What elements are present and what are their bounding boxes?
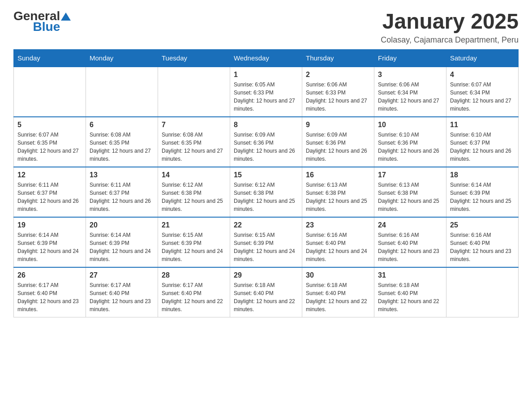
day-number: 7 (162, 121, 226, 129)
day-number: 3 (378, 71, 442, 79)
page-header: General Blue January 2025 Colasay, Cajam… (13, 9, 519, 45)
day-info: Sunrise: 6:11 AMSunset: 6:37 PMDaylight:… (90, 181, 154, 213)
calendar-cell: 23Sunrise: 6:16 AMSunset: 6:40 PMDayligh… (302, 217, 374, 267)
calendar-cell: 11Sunrise: 6:10 AMSunset: 6:37 PMDayligh… (446, 117, 519, 167)
day-number: 31 (378, 271, 442, 279)
month-title: January 2025 (381, 9, 519, 34)
calendar-cell: 4Sunrise: 6:07 AMSunset: 6:34 PMDaylight… (446, 67, 519, 117)
day-number: 15 (234, 171, 298, 179)
day-number: 4 (450, 71, 515, 79)
week-row-0: 1Sunrise: 6:05 AMSunset: 6:33 PMDaylight… (14, 67, 519, 117)
day-info: Sunrise: 6:13 AMSunset: 6:38 PMDaylight:… (306, 181, 370, 213)
calendar-cell: 30Sunrise: 6:18 AMSunset: 6:40 PMDayligh… (302, 267, 374, 317)
day-number: 20 (90, 221, 154, 229)
calendar-cell: 24Sunrise: 6:16 AMSunset: 6:40 PMDayligh… (374, 217, 446, 267)
day-info: Sunrise: 6:07 AMSunset: 6:34 PMDaylight:… (450, 81, 515, 113)
day-info: Sunrise: 6:17 AMSunset: 6:40 PMDaylight:… (90, 281, 154, 313)
day-info: Sunrise: 6:12 AMSunset: 6:38 PMDaylight:… (162, 181, 226, 213)
day-info: Sunrise: 6:10 AMSunset: 6:36 PMDaylight:… (378, 131, 442, 163)
day-number: 28 (162, 271, 226, 279)
calendar-cell: 21Sunrise: 6:15 AMSunset: 6:39 PMDayligh… (158, 217, 230, 267)
day-number: 24 (378, 221, 442, 229)
calendar-cell: 20Sunrise: 6:14 AMSunset: 6:39 PMDayligh… (86, 217, 158, 267)
day-info: Sunrise: 6:15 AMSunset: 6:39 PMDaylight:… (162, 231, 226, 263)
week-row-4: 26Sunrise: 6:17 AMSunset: 6:40 PMDayligh… (14, 267, 519, 317)
calendar-cell: 29Sunrise: 6:18 AMSunset: 6:40 PMDayligh… (230, 267, 302, 317)
week-row-1: 5Sunrise: 6:07 AMSunset: 6:35 PMDaylight… (14, 117, 519, 167)
day-info: Sunrise: 6:18 AMSunset: 6:40 PMDaylight:… (234, 281, 298, 313)
calendar-cell: 5Sunrise: 6:07 AMSunset: 6:35 PMDaylight… (14, 117, 86, 167)
day-number: 22 (234, 221, 298, 229)
calendar-table: SundayMondayTuesdayWednesdayThursdayFrid… (13, 49, 519, 317)
day-number: 10 (378, 121, 442, 129)
calendar-cell: 15Sunrise: 6:12 AMSunset: 6:38 PMDayligh… (230, 167, 302, 217)
day-info: Sunrise: 6:12 AMSunset: 6:38 PMDaylight:… (234, 181, 298, 213)
day-info: Sunrise: 6:13 AMSunset: 6:38 PMDaylight:… (378, 181, 442, 213)
day-info: Sunrise: 6:14 AMSunset: 6:39 PMDaylight:… (90, 231, 154, 263)
calendar-cell: 9Sunrise: 6:09 AMSunset: 6:36 PMDaylight… (302, 117, 374, 167)
day-info: Sunrise: 6:09 AMSunset: 6:36 PMDaylight:… (306, 131, 370, 163)
calendar-cell: 26Sunrise: 6:17 AMSunset: 6:40 PMDayligh… (14, 267, 86, 317)
day-info: Sunrise: 6:16 AMSunset: 6:40 PMDaylight:… (450, 231, 515, 263)
day-number: 5 (17, 121, 82, 129)
weekday-header-tuesday: Tuesday (158, 50, 230, 67)
day-number: 8 (234, 121, 298, 129)
day-info: Sunrise: 6:06 AMSunset: 6:34 PMDaylight:… (378, 81, 442, 113)
day-info: Sunrise: 6:08 AMSunset: 6:35 PMDaylight:… (90, 131, 154, 163)
day-info: Sunrise: 6:10 AMSunset: 6:37 PMDaylight:… (450, 131, 515, 163)
weekday-header-monday: Monday (86, 50, 158, 67)
day-info: Sunrise: 6:14 AMSunset: 6:39 PMDaylight:… (450, 181, 515, 213)
calendar-cell: 3Sunrise: 6:06 AMSunset: 6:34 PMDaylight… (374, 67, 446, 117)
calendar-cell: 10Sunrise: 6:10 AMSunset: 6:36 PMDayligh… (374, 117, 446, 167)
day-info: Sunrise: 6:11 AMSunset: 6:37 PMDaylight:… (17, 181, 82, 213)
day-info: Sunrise: 6:14 AMSunset: 6:39 PMDaylight:… (17, 231, 82, 263)
weekday-header-friday: Friday (374, 50, 446, 67)
day-number: 6 (90, 121, 154, 129)
weekday-header-row: SundayMondayTuesdayWednesdayThursdayFrid… (14, 50, 519, 67)
day-number: 9 (306, 121, 370, 129)
day-info: Sunrise: 6:09 AMSunset: 6:36 PMDaylight:… (234, 131, 298, 163)
logo-blue-text: Blue (33, 20, 60, 34)
logo: General Blue (13, 9, 71, 34)
calendar-cell: 1Sunrise: 6:05 AMSunset: 6:33 PMDaylight… (230, 67, 302, 117)
calendar-cell: 8Sunrise: 6:09 AMSunset: 6:36 PMDaylight… (230, 117, 302, 167)
logo-triangle-icon (61, 12, 71, 21)
day-info: Sunrise: 6:18 AMSunset: 6:40 PMDaylight:… (306, 281, 370, 313)
day-number: 18 (450, 171, 515, 179)
day-number: 12 (17, 171, 82, 179)
weekday-header-wednesday: Wednesday (230, 50, 302, 67)
day-info: Sunrise: 6:16 AMSunset: 6:40 PMDaylight:… (378, 231, 442, 263)
day-info: Sunrise: 6:15 AMSunset: 6:39 PMDaylight:… (234, 231, 298, 263)
calendar-cell: 31Sunrise: 6:18 AMSunset: 6:40 PMDayligh… (374, 267, 446, 317)
day-info: Sunrise: 6:07 AMSunset: 6:35 PMDaylight:… (17, 131, 82, 163)
day-number: 25 (450, 221, 515, 229)
day-number: 2 (306, 71, 370, 79)
day-info: Sunrise: 6:17 AMSunset: 6:40 PMDaylight:… (162, 281, 226, 313)
weekday-header-sunday: Sunday (14, 50, 86, 67)
calendar-cell: 27Sunrise: 6:17 AMSunset: 6:40 PMDayligh… (86, 267, 158, 317)
calendar-cell (14, 67, 86, 117)
day-number: 19 (17, 221, 82, 229)
week-row-3: 19Sunrise: 6:14 AMSunset: 6:39 PMDayligh… (14, 217, 519, 267)
calendar-cell: 12Sunrise: 6:11 AMSunset: 6:37 PMDayligh… (14, 167, 86, 217)
calendar-cell (158, 67, 230, 117)
day-number: 30 (306, 271, 370, 279)
day-number: 27 (90, 271, 154, 279)
calendar-cell (86, 67, 158, 117)
calendar-cell: 14Sunrise: 6:12 AMSunset: 6:38 PMDayligh… (158, 167, 230, 217)
day-number: 16 (306, 171, 370, 179)
calendar-cell: 17Sunrise: 6:13 AMSunset: 6:38 PMDayligh… (374, 167, 446, 217)
title-section: January 2025 Colasay, Cajamarca Departme… (381, 9, 519, 45)
day-number: 21 (162, 221, 226, 229)
week-row-2: 12Sunrise: 6:11 AMSunset: 6:37 PMDayligh… (14, 167, 519, 217)
svg-marker-0 (61, 13, 71, 21)
day-info: Sunrise: 6:16 AMSunset: 6:40 PMDaylight:… (306, 231, 370, 263)
day-info: Sunrise: 6:06 AMSunset: 6:33 PMDaylight:… (306, 81, 370, 113)
calendar-cell: 2Sunrise: 6:06 AMSunset: 6:33 PMDaylight… (302, 67, 374, 117)
day-info: Sunrise: 6:05 AMSunset: 6:33 PMDaylight:… (234, 81, 298, 113)
calendar-cell: 22Sunrise: 6:15 AMSunset: 6:39 PMDayligh… (230, 217, 302, 267)
day-number: 14 (162, 171, 226, 179)
calendar-cell: 25Sunrise: 6:16 AMSunset: 6:40 PMDayligh… (446, 217, 519, 267)
location-subtitle: Colasay, Cajamarca Department, Peru (381, 35, 519, 45)
weekday-header-thursday: Thursday (302, 50, 374, 67)
